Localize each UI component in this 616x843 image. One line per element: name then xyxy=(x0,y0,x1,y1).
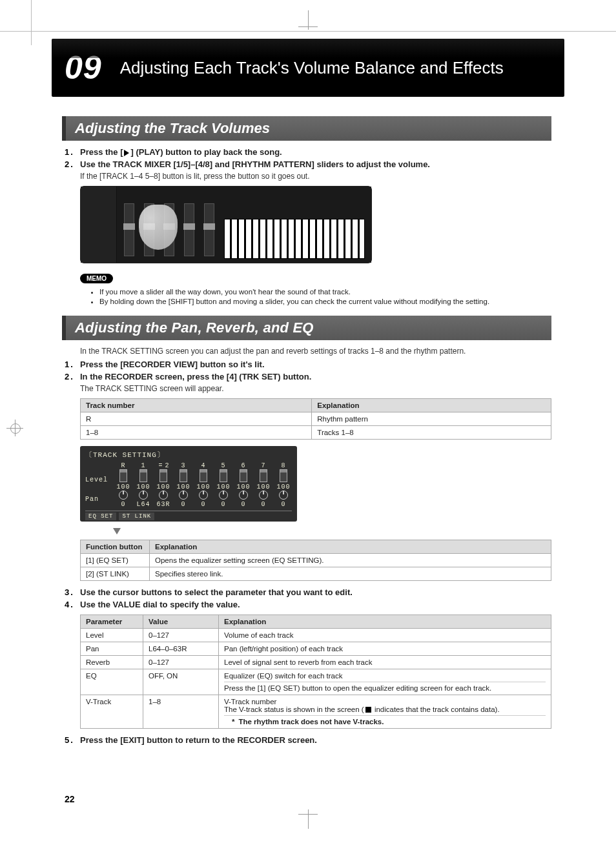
step-2-note: If the [TRACK 1–4 5–8] button is lit, pr… xyxy=(80,172,551,181)
chapter-header: 09 Adjusting Each Track's Volume Balance… xyxy=(52,39,564,97)
step-2: 2 Use the TRACK MIXER [1/5]–[4/8] and [R… xyxy=(65,159,551,169)
table-row: Reverb0–127Level of signal sent to rever… xyxy=(81,656,551,669)
s2-step-3: 3Use the cursor buttons to select the pa… xyxy=(65,587,551,597)
s2-step-4: 4Use the VALUE dial to specify the value… xyxy=(65,600,551,609)
section-heading-volumes: Adjusting the Track Volumes xyxy=(62,116,551,141)
page-number: 22 xyxy=(65,794,75,804)
parameter-table: Parameter Value Explanation Level0–127Vo… xyxy=(80,614,551,729)
s2-step-5: 5Press the [EXIT] button to return to th… xyxy=(65,735,551,745)
function-button-table: Function buttonExplanation [1] (EQ SET)O… xyxy=(80,540,551,581)
hand-icon xyxy=(139,205,178,250)
memo-badge: MEMO xyxy=(80,274,113,283)
s2-step-2: 2In the RECORDER screen, press the [4] (… xyxy=(65,372,551,381)
section-heading-pan: Adjusting the Pan, Reverb, and EQ xyxy=(62,316,551,340)
table-row: PanL64–0–63RPan (left/right position) of… xyxy=(81,642,551,656)
play-icon xyxy=(124,150,129,156)
lcd-screenshot: 〔TRACK SETTING〕 R1= 2 345 678 Level 100 … xyxy=(80,446,297,522)
stop-icon xyxy=(365,707,371,713)
memo-list: If you move a slider all the way down, y… xyxy=(90,288,551,305)
step-1: 1 Press the [] (PLAY) button to play bac… xyxy=(65,147,551,157)
table-row: Level0–127Volume of each track xyxy=(81,629,551,642)
s2-step-2-note: The TRACK SETTING screen will appear. xyxy=(80,384,551,393)
device-illustration xyxy=(80,186,372,263)
chapter-title: Adjusting Each Track's Volume Balance an… xyxy=(120,58,504,78)
table-row: [2] (ST LINK)Specifies stereo link. xyxy=(81,567,551,581)
table-row: V-Track1–8 V-Track number The V-track st… xyxy=(81,695,551,729)
table-row: EQOFF, ON Equalizer (EQ) switch for each… xyxy=(81,669,551,695)
section2-intro: In the TRACK SETTING screen you can adju… xyxy=(80,347,551,356)
track-number-table: Track numberExplanation RRhythm pattern … xyxy=(80,398,551,440)
s2-step-1: 1Press the [RECORDER VIEW] button so it'… xyxy=(65,360,551,369)
table-row: [1] (EQ SET)Opens the equalizer setting … xyxy=(81,554,551,567)
table-row: 1–8Tracks 1–8 xyxy=(81,426,551,440)
table-row: RRhythm pattern xyxy=(81,412,551,426)
